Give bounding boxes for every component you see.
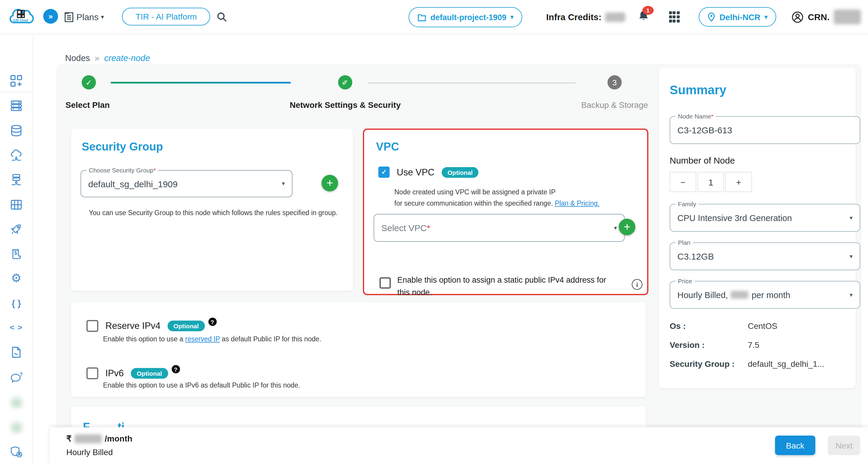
chevron-down-icon: ▾ [101, 14, 104, 20]
ipv6-description: Enable this option to use a IPv6 as defa… [103, 382, 300, 389]
hidden-menu-item-2[interactable] [0, 419, 33, 435]
step-1-label[interactable]: Select Plan [65, 100, 110, 110]
back-button[interactable]: Back [775, 436, 815, 455]
ipv6-optional-badge: Optional [131, 368, 168, 379]
plan-pricing-link[interactable]: Plan & Pricing. [555, 200, 599, 207]
help-icon[interactable]: ? [208, 318, 216, 326]
price-dropdown[interactable]: Price Hourly Billed, per month ▾ [670, 281, 860, 309]
notification-count-badge: 1 [643, 6, 654, 14]
step-3-circle[interactable]: 3 [608, 75, 622, 89]
add-vpc-button[interactable]: + [619, 219, 635, 235]
security-group-select[interactable]: Choose Security Group* default_sg_delhi_… [81, 170, 292, 197]
node-quantity-stepper: − 1 + [670, 172, 752, 192]
breadcrumb: Nodes » create-node [65, 53, 150, 63]
quantity-increment-button[interactable]: + [725, 172, 752, 192]
navbar-right-group: Infra Credits: 1 Delhi-NCR ▾ [546, 0, 861, 34]
sidebar-expand-button[interactable]: » [43, 9, 58, 24]
info-icon[interactable]: i [632, 279, 643, 290]
api-braces-icon[interactable]: { } [0, 295, 33, 311]
project-name: default-project-1909 [430, 13, 506, 22]
security-shield-icon[interactable] [0, 444, 33, 459]
billing-type-label: Hourly Billed [66, 447, 113, 457]
ipv6-label: IPv6 [105, 368, 124, 379]
region-selector[interactable]: Delhi-NCR ▾ [699, 7, 777, 27]
code-cli-icon[interactable]: < > [0, 319, 33, 335]
pencil-icon: ✎ [341, 79, 349, 85]
plans-receipt-icon [64, 11, 74, 22]
tir-ai-platform-button[interactable]: TIR - AI Platform [122, 8, 211, 26]
step-2-circle[interactable]: ✎ [338, 75, 352, 89]
summary-details: Os : CentOS Version : 7.5 Security Group… [670, 321, 845, 378]
region-name: Delhi-NCR [719, 12, 760, 22]
summary-title: Summary [670, 83, 726, 97]
dashboard-add-icon[interactable] [0, 73, 33, 88]
ipv6-checkbox[interactable] [87, 368, 98, 379]
avatar-icon [792, 11, 804, 23]
required-asterisk: * [153, 167, 156, 174]
infra-credits-value-redacted [605, 12, 625, 22]
hidden-menu-item-1[interactable] [0, 395, 33, 410]
search-icon[interactable] [217, 12, 227, 25]
currency-symbol: ₹ [66, 434, 72, 443]
price-summary: ₹ /month [66, 434, 132, 443]
summary-row-os: Os : CentOS [670, 321, 845, 331]
breadcrumb-current: create-node [104, 53, 150, 63]
chevron-down-icon: ▾ [850, 253, 852, 259]
step-3-label[interactable]: Backup & Storage [581, 100, 648, 110]
node-name-field[interactable]: Node Name* C3-12GB-613 [670, 116, 860, 144]
step-3-number: 3 [613, 78, 617, 87]
step-2-label[interactable]: Network Settings & Security [290, 100, 401, 110]
help-icon[interactable]: ? [172, 365, 180, 373]
reserve-ipv4-checkbox[interactable] [87, 320, 98, 332]
price-redacted [74, 434, 102, 443]
price-label: Price [676, 277, 694, 285]
reserve-ipv4-description: Enable this option to use a reserved IP … [103, 336, 321, 343]
vpc-title: VPC [376, 140, 399, 153]
notifications-bell-icon[interactable]: 1 [638, 10, 649, 24]
plan-value: C3.12GB [677, 251, 714, 261]
chevron-down-icon: ▾ [765, 14, 768, 20]
vpc-optional-badge: Optional [442, 167, 479, 177]
use-vpc-checkbox[interactable]: ✓ [378, 167, 390, 178]
account-value-redacted [834, 9, 861, 24]
reserved-ip-link[interactable]: reserved IP [185, 336, 220, 343]
billing-icon[interactable]: $ [0, 246, 33, 261]
launch-rocket-icon[interactable] [0, 221, 33, 236]
vpc-description: Node created using VPC will be assigned … [394, 187, 599, 209]
node-name-label: Node Name [678, 113, 711, 120]
next-button[interactable]: Next [828, 436, 860, 455]
security-group-card: Security Group Choose Security Group* de… [71, 128, 353, 291]
compute-nodes-icon[interactable] [0, 98, 33, 113]
required-asterisk: * [711, 113, 713, 120]
project-selector[interactable]: default-project-1909 ▾ [408, 7, 523, 27]
apps-grid-icon[interactable] [669, 11, 680, 22]
step-connector-1 [111, 82, 291, 84]
quantity-decrement-button[interactable]: − [670, 172, 696, 192]
plan-dropdown[interactable]: Plan C3.12GB ▾ [670, 242, 860, 270]
infra-credits: Infra Credits: [546, 12, 625, 22]
settings-gear-icon[interactable]: ⚙ [0, 270, 33, 286]
e2e-cloud-logo-icon[interactable]: E2E Cloud [7, 5, 34, 30]
add-security-group-button[interactable]: + [321, 175, 338, 192]
documentation-icon[interactable] [0, 344, 33, 360]
use-vpc-label: Use VPC [397, 167, 435, 177]
load-balancer-icon[interactable] [0, 172, 33, 187]
price-value-suffix: per month [752, 290, 790, 299]
left-sidebar: $ ⚙ { } < > ? [0, 34, 33, 464]
chevron-down-icon: ▾ [850, 292, 852, 298]
account-menu[interactable]: CRN. [792, 9, 861, 24]
database-icon[interactable] [0, 123, 33, 138]
create-node-page: E2E Cloud » Plans ▾ TIR - AI Platform [0, 0, 868, 464]
cloud-network-icon[interactable] [0, 148, 33, 163]
family-dropdown[interactable]: Family CPU Intensive 3rd Generation ▾ [670, 204, 860, 232]
location-pin-icon [708, 12, 715, 22]
static-ipv4-checkbox[interactable] [379, 277, 391, 289]
reserve-ipv4-label: Reserve IPv4 [105, 321, 160, 331]
security-group-title: Security Group [82, 140, 163, 153]
storage-blocks-icon[interactable] [0, 197, 33, 212]
plans-menu[interactable]: Plans ▾ [64, 0, 104, 34]
support-chat-icon[interactable]: ? [0, 370, 33, 385]
breadcrumb-root[interactable]: Nodes [65, 53, 90, 63]
step-1-circle[interactable]: ✓ [82, 75, 96, 89]
select-vpc-dropdown[interactable]: Select VPC* ▾ [374, 214, 625, 242]
